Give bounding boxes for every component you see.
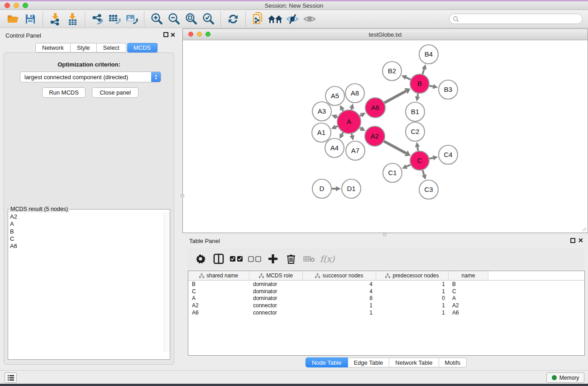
result-item[interactable]: A2 xyxy=(10,213,170,220)
select-all-icon[interactable] xyxy=(229,251,245,267)
edge-A-A6[interactable] xyxy=(360,115,361,116)
cell-MCDS-role[interactable]: dominator xyxy=(249,288,303,295)
float-panel-icon[interactable] xyxy=(163,32,168,37)
criterion-dropdown[interactable]: largest connected component (directed) ▲… xyxy=(20,71,161,82)
zoom-selected-icon[interactable] xyxy=(200,11,217,27)
cell-name[interactable]: C xyxy=(449,288,488,295)
tab-network[interactable]: Network xyxy=(35,43,71,52)
column-header-MCDS-role[interactable]: MCDS role xyxy=(249,271,303,280)
tab-edge-table[interactable]: Edge Table xyxy=(348,357,389,367)
table-row[interactable]: Cdominator41C xyxy=(188,288,584,295)
edge-C-C3[interactable] xyxy=(423,170,424,175)
divider-grip-bottom[interactable] xyxy=(383,233,387,236)
export-table-icon[interactable] xyxy=(106,11,123,27)
edge-A-A7[interactable] xyxy=(352,133,352,135)
edge-B-B2[interactable] xyxy=(406,77,411,80)
edge-A-A3[interactable] xyxy=(336,117,338,117)
show-eye-icon[interactable] xyxy=(301,11,318,27)
edge-C-C1[interactable] xyxy=(406,165,411,167)
tab-network-table[interactable]: Network Table xyxy=(389,357,439,367)
edge-A-A4[interactable] xyxy=(342,133,343,135)
tab-motifs[interactable]: Motifs xyxy=(439,357,467,367)
table-close-icon[interactable]: ✕ xyxy=(578,237,583,244)
cell-shared-name[interactable]: A xyxy=(188,295,249,301)
cell-MCDS-role[interactable]: connector xyxy=(249,302,303,309)
cell-successor-nodes[interactable]: 1 xyxy=(303,310,376,316)
deselect-all-icon[interactable] xyxy=(247,251,263,267)
delete-column-icon[interactable] xyxy=(283,251,299,267)
tab-style[interactable]: Style xyxy=(71,43,97,52)
edge-A2-C[interactable] xyxy=(384,141,406,153)
mcds-result-list[interactable]: A2ABCA6 xyxy=(8,212,170,352)
node-table[interactable]: shared nameMCDS rolesuccessor nodesprede… xyxy=(188,271,585,356)
hide-eye-icon[interactable] xyxy=(284,11,301,27)
cell-name[interactable]: B xyxy=(449,281,488,287)
network-window-titlebar[interactable]: testGlobe.txt xyxy=(183,29,588,40)
run-mcds-button[interactable]: Run MCDS xyxy=(42,87,86,98)
refresh-view-icon[interactable] xyxy=(225,11,242,27)
memory-button[interactable]: Memory xyxy=(546,372,584,383)
task-history-button[interactable] xyxy=(5,372,17,383)
table-settings-icon[interactable] xyxy=(192,251,209,267)
add-column-icon[interactable] xyxy=(265,251,281,267)
function-builder-icon[interactable]: f(x) xyxy=(319,251,335,267)
network-canvas[interactable]: AA1A2A3A4A5A6A7A8BB1B2B3B4CC1C2C3C4DD1 xyxy=(183,40,588,233)
cell-successor-nodes[interactable]: 4 xyxy=(303,281,376,287)
cell-predecessor-nodes[interactable]: 1 xyxy=(376,302,449,309)
cell-MCDS-role[interactable]: connector xyxy=(249,310,303,316)
save-session-icon[interactable] xyxy=(22,11,39,27)
edge-A-A2[interactable] xyxy=(360,128,361,129)
column-header-name[interactable]: name xyxy=(449,271,488,280)
result-item[interactable]: A6 xyxy=(10,243,170,250)
cell-shared-name[interactable]: A6 xyxy=(188,310,249,316)
cell-shared-name[interactable]: A2 xyxy=(188,302,249,309)
tab-node-table[interactable]: Node Table xyxy=(306,357,348,367)
search-box[interactable] xyxy=(449,14,583,24)
zoom-out-icon[interactable] xyxy=(165,11,182,27)
cell-successor-nodes[interactable]: 8 xyxy=(303,295,376,301)
cell-predecessor-nodes[interactable]: 1 xyxy=(376,310,449,316)
resize-grip-icon[interactable] xyxy=(581,226,587,232)
table-row[interactable]: Adominator80A xyxy=(188,295,584,302)
edge-C-C2[interactable] xyxy=(417,147,418,151)
column-header-shared-name[interactable]: shared name xyxy=(188,271,249,280)
tab-mcds[interactable]: MCDS xyxy=(127,43,158,52)
cell-MCDS-role[interactable]: dominator xyxy=(249,295,303,301)
result-item[interactable]: C xyxy=(10,235,170,243)
edge-A-A5[interactable] xyxy=(342,110,343,111)
cell-name[interactable]: A6 xyxy=(449,310,488,316)
tab-select[interactable]: Select xyxy=(97,43,126,52)
cell-predecessor-nodes[interactable]: 0 xyxy=(376,295,449,301)
result-item[interactable]: A xyxy=(10,220,170,228)
table-row[interactable]: A6connector11A6 xyxy=(188,309,584,316)
cell-name[interactable]: A xyxy=(449,295,488,301)
table-row[interactable]: Bdominator41B xyxy=(188,281,584,288)
edge-B-B1[interactable] xyxy=(417,94,418,97)
table-row[interactable]: A2connector11A2 xyxy=(188,302,584,309)
cell-shared-name[interactable]: B xyxy=(188,281,249,287)
result-item[interactable]: B xyxy=(10,228,170,235)
import-network-icon[interactable] xyxy=(47,11,64,27)
column-header-predecessor-nodes[interactable]: predecessor nodes xyxy=(376,271,449,280)
close-panel-button[interactable]: Close panel xyxy=(92,87,139,98)
cell-predecessor-nodes[interactable]: 1 xyxy=(376,281,449,287)
zoom-in-icon[interactable] xyxy=(148,11,165,27)
export-image-icon[interactable] xyxy=(123,11,140,27)
home-icon[interactable] xyxy=(267,11,284,27)
cell-MCDS-role[interactable]: dominator xyxy=(249,281,303,287)
edge-A6-B[interactable] xyxy=(384,91,406,103)
cell-predecessor-nodes[interactable]: 1 xyxy=(376,288,449,295)
divider-grip-left[interactable] xyxy=(181,194,184,197)
cell-successor-nodes[interactable]: 4 xyxy=(303,288,376,295)
import-table-icon[interactable] xyxy=(64,11,81,27)
search-input[interactable] xyxy=(459,16,582,22)
export-network-icon[interactable] xyxy=(89,11,106,27)
edge-A-A1[interactable] xyxy=(336,126,338,127)
edge-B-B3[interactable] xyxy=(430,86,433,86)
column-header-successor-nodes[interactable]: successor nodes xyxy=(303,271,376,280)
split-view-icon[interactable] xyxy=(210,251,227,267)
cell-name[interactable]: A2 xyxy=(449,302,488,309)
open-session-icon[interactable] xyxy=(5,11,22,27)
delete-table-icon[interactable] xyxy=(301,251,317,267)
edge-A-A8[interactable] xyxy=(351,108,352,110)
